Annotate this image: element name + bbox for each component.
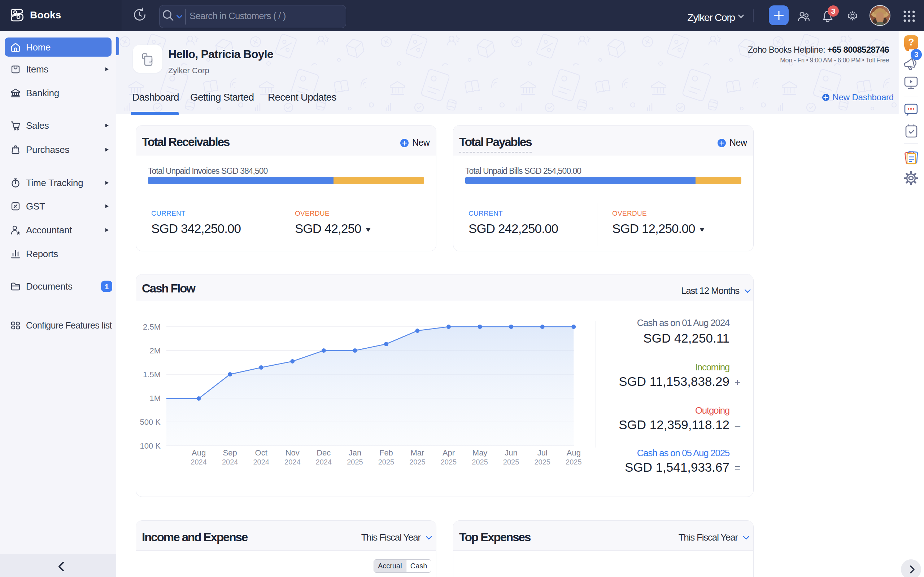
svg-text:2.5M: 2.5M bbox=[143, 322, 161, 331]
svg-text:Jun: Jun bbox=[505, 448, 517, 457]
svg-text:Sep: Sep bbox=[223, 448, 237, 457]
svg-text:2024: 2024 bbox=[284, 458, 300, 466]
svg-text:2025: 2025 bbox=[565, 458, 582, 466]
svg-text:Apr: Apr bbox=[443, 448, 455, 457]
svg-text:Mar: Mar bbox=[411, 448, 425, 457]
svg-text:Jan: Jan bbox=[349, 448, 361, 457]
svg-text:2025: 2025 bbox=[534, 458, 551, 466]
svg-text:Jul: Jul bbox=[538, 448, 548, 457]
svg-text:2024: 2024 bbox=[191, 458, 207, 466]
svg-text:500 K: 500 K bbox=[140, 417, 161, 427]
svg-text:2024: 2024 bbox=[222, 458, 238, 466]
svg-text:2025: 2025 bbox=[409, 458, 426, 466]
svg-text:Oct: Oct bbox=[255, 448, 267, 457]
svg-text:2025: 2025 bbox=[441, 458, 457, 466]
svg-text:100 K: 100 K bbox=[140, 442, 161, 450]
svg-text:2025: 2025 bbox=[378, 458, 394, 466]
svg-text:May: May bbox=[472, 448, 488, 457]
svg-text:2025: 2025 bbox=[503, 458, 519, 466]
svg-text:2024: 2024 bbox=[253, 458, 269, 466]
svg-text:2M: 2M bbox=[149, 346, 161, 355]
svg-text:Aug: Aug bbox=[192, 448, 206, 457]
svg-text:Nov: Nov bbox=[286, 448, 300, 457]
svg-text:2025: 2025 bbox=[472, 458, 488, 466]
svg-text:1.5M: 1.5M bbox=[143, 370, 161, 379]
svg-text:Aug: Aug bbox=[567, 448, 581, 457]
svg-text:2024: 2024 bbox=[316, 458, 332, 466]
svg-text:Dec: Dec bbox=[317, 448, 331, 457]
svg-text:1M: 1M bbox=[149, 394, 161, 403]
svg-text:Feb: Feb bbox=[380, 448, 393, 457]
svg-text:2025: 2025 bbox=[347, 458, 363, 466]
